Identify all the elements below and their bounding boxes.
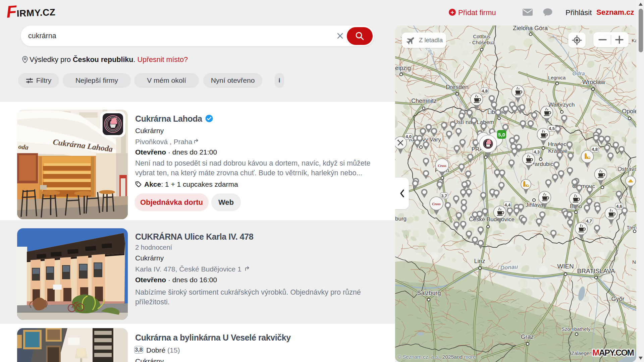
- svg-text:4,6: 4,6: [616, 204, 622, 209]
- svg-text:5,0: 5,0: [498, 132, 505, 137]
- svg-text:eipzig: eipzig: [395, 65, 411, 71]
- svg-text:Legnica: Legnica: [548, 75, 566, 80]
- svg-text:4,7: 4,7: [586, 219, 592, 224]
- svg-text:3,7: 3,7: [441, 193, 447, 198]
- svg-text:Odra: Odra: [572, 71, 585, 76]
- svg-text:Tren: Tren: [627, 225, 636, 230]
- svg-text:Jihlava: Jihlava: [526, 202, 543, 208]
- svg-text:Salzburg: Salzburg: [417, 290, 441, 296]
- svg-text:burg: burg: [395, 216, 407, 222]
- svg-text:Ostrava: Ostrava: [618, 166, 636, 172]
- svg-text:Pardubice: Pardubice: [531, 161, 557, 167]
- svg-text:4,8: 4,8: [592, 147, 598, 152]
- svg-text:Cross: Cross: [432, 202, 441, 206]
- svg-text:4,0: 4,0: [406, 134, 412, 139]
- svg-text:Wrocław: Wrocław: [582, 79, 606, 85]
- svg-text:Győr: Győr: [611, 296, 624, 302]
- svg-text:Chemnitz: Chemnitz: [411, 98, 437, 104]
- svg-text:oda: oda: [18, 142, 29, 151]
- svg-text:Opole: Opole: [622, 108, 636, 115]
- svg-text:Wałbrzych: Wałbrzych: [548, 102, 575, 108]
- svg-text:Linz: Linz: [474, 258, 485, 264]
- svg-text:Dresden: Dresden: [446, 84, 469, 90]
- svg-text:Szombathely: Szombathely: [561, 326, 591, 332]
- svg-text:Kal: Kal: [632, 38, 636, 43]
- svg-text:- Chóśebuz: - Chóśebuz: [469, 40, 495, 45]
- svg-text:Graz: Graz: [521, 334, 534, 340]
- svg-text:F: F: [7, 3, 18, 19]
- svg-text:IRMY.CZ: IRMY.CZ: [16, 7, 56, 19]
- svg-text:Cottbus: Cottbus: [473, 34, 490, 39]
- svg-text:WIEN: WIEN: [557, 263, 574, 270]
- svg-text:Donau: Donau: [500, 263, 519, 271]
- svg-text:Cross: Cross: [438, 164, 446, 168]
- svg-text:Zielona Góra: Zielona Góra: [513, 25, 548, 32]
- svg-text:MAPY.COM: MAPY.COM: [592, 348, 634, 357]
- svg-text:4,8: 4,8: [482, 88, 488, 94]
- svg-text:Ni: Ni: [632, 259, 636, 265]
- svg-text:BRATISLAVA: BRATISLAVA: [577, 267, 615, 275]
- svg-text:4,4: 4,4: [504, 202, 511, 207]
- svg-text:4,3: 4,3: [534, 149, 540, 155]
- svg-text:4,5: 4,5: [549, 126, 555, 131]
